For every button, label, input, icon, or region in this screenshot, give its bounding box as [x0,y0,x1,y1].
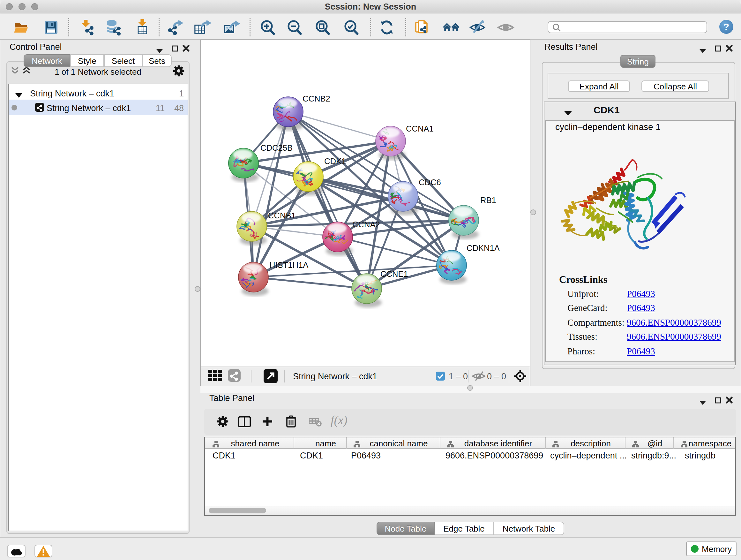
svg-text:CCNB2: CCNB2 [302,94,330,103]
svg-text:CDC6: CDC6 [419,178,441,187]
svg-text:CDC25B: CDC25B [260,143,293,152]
svg-text:CCNB1: CCNB1 [268,211,296,220]
svg-text:CCNE1: CCNE1 [381,269,408,278]
svg-text:CCNA2: CCNA2 [352,220,380,229]
svg-text:CCNA1: CCNA1 [406,124,434,133]
svg-text:CDKN1A: CDKN1A [467,244,500,253]
svg-text:CDK1: CDK1 [324,157,346,166]
svg-text:HIST1H1A: HIST1H1A [269,260,309,269]
svg-text:RB1: RB1 [480,196,496,205]
